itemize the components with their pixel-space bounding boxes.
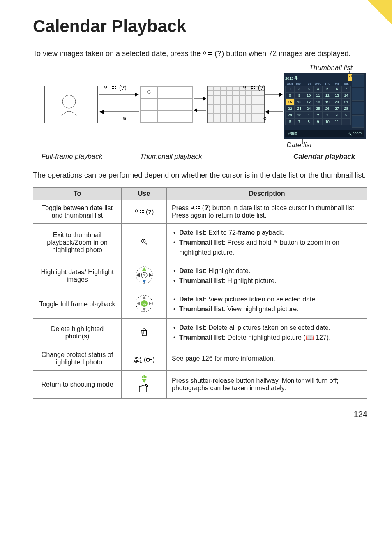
svg-rect-34 [254, 88, 255, 89]
table-row: Highlight dates/ Highlight images OK D [33, 262, 367, 290]
intro-text-a: To view images taken on a selected date,… [33, 49, 203, 58]
cal-year: 2012 [285, 76, 293, 81]
desc-text: Press [172, 204, 190, 211]
thumbnail-icon [195, 205, 200, 210]
svg-rect-32 [254, 86, 255, 87]
dpad-ok-icon: OK [135, 294, 153, 313]
svg-line-44 [350, 134, 351, 135]
cell-desc: Date list: Delete all pictures taken on … [167, 318, 367, 347]
cell-desc: Press (?) button in date list to place c… [167, 200, 367, 223]
zoom-in-icon [273, 240, 278, 245]
desc-text: ( [200, 204, 204, 211]
svg-text:OK: OK [143, 274, 146, 276]
svg-point-7 [62, 95, 76, 108]
help-glyph: ? [204, 204, 208, 211]
cell-to: Delete highlighted photo(s) [33, 318, 122, 347]
thumbnail-icon [208, 51, 212, 56]
grid-72-thumbnail [207, 86, 265, 123]
svg-marker-91 [142, 379, 147, 383]
key-lock-icon [146, 357, 152, 363]
svg-marker-36 [279, 93, 283, 97]
svg-line-20 [125, 119, 127, 120]
arrow-right-icon [265, 92, 283, 97]
svg-line-48 [137, 212, 138, 213]
zoom-out-icon [104, 85, 108, 90]
svg-rect-14 [115, 88, 116, 89]
leader-line [302, 139, 303, 144]
desc-text: : Highlight date. [205, 267, 250, 274]
desc-text: : Delete highlighted picture (📖 127). [224, 334, 330, 341]
grid-9-thumbnail [140, 86, 193, 123]
desc-text: : Delete all pictures taken on selected … [205, 324, 330, 331]
svg-rect-58 [198, 206, 200, 207]
desc-text: : Press and hold [224, 239, 273, 246]
svg-line-55 [194, 208, 195, 209]
page-title: Calendar Playback [33, 16, 367, 36]
arrow-left-icon [99, 109, 139, 115]
svg-rect-59 [196, 208, 197, 209]
zoom-out-icon [134, 209, 139, 214]
desc-text: : View highlighted picture. [224, 306, 298, 313]
zoom-out-icon [190, 205, 195, 210]
calendar-view: 2012 4 04/15/2012 Sun Mon Tue Wed Thu Fr… [284, 73, 366, 139]
col-header-description: Description [167, 187, 367, 200]
zoom-out-arrow-label: (?) [102, 84, 127, 91]
svg-rect-51 [142, 210, 144, 211]
svg-rect-60 [198, 208, 200, 209]
zoom-in-arrow-label [121, 116, 129, 121]
shutter-half-press-icon [138, 375, 151, 393]
desc-bold: Date list [179, 229, 205, 236]
arrow-right-icon [99, 92, 139, 97]
zoom-in-arrow-label [261, 116, 270, 121]
cell-use [122, 370, 167, 398]
cell-use: OK [122, 290, 167, 318]
intro-text-c: ) button when 72 images are displayed. [221, 49, 350, 58]
svg-line-66 [276, 243, 277, 244]
svg-marker-81 [137, 302, 140, 305]
desc-bold: Date list [179, 296, 205, 303]
ael-afl-label: AE-LAF-L [133, 356, 142, 364]
full-frame-thumbnail [44, 86, 98, 123]
table-row: Change protect status of highlighted pho… [33, 347, 367, 370]
desc-text: : View pictures taken on selected date. [205, 296, 317, 303]
svg-line-29 [245, 88, 247, 89]
cell-to: Toggle between date list and thumbnail l… [33, 200, 122, 223]
svg-marker-18 [99, 110, 104, 114]
cell-use: OK [122, 262, 167, 290]
title-underline [33, 39, 367, 39]
desc-bold: Thumbnail list [179, 277, 224, 284]
svg-marker-75 [149, 273, 152, 277]
cal-footer: ⏎⊞⊟Zoom [285, 130, 364, 137]
svg-text:OK: OK [142, 303, 146, 305]
cell-use: AE-LAF-L () [122, 347, 167, 370]
svg-rect-5 [208, 54, 210, 55]
cal-day: Fri [332, 82, 341, 86]
help-glyph: ? [217, 49, 221, 58]
svg-marker-72 [142, 267, 146, 271]
svg-line-40 [266, 119, 267, 120]
table-row: Toggle full frame playback OK Date lis [33, 290, 367, 318]
cell-use [122, 223, 167, 262]
cell-desc: Date list: Exit to 72-frame playback. Th… [167, 223, 367, 262]
zoom-in-icon [263, 116, 268, 121]
trash-icon [141, 328, 148, 336]
svg-marker-79 [143, 296, 146, 299]
zoom-in-icon [141, 238, 148, 246]
svg-point-23 [147, 90, 150, 94]
cal-day: Sat [341, 82, 351, 86]
desc-bold: Thumbnail list [179, 306, 224, 313]
svg-rect-53 [142, 212, 144, 213]
svg-rect-6 [210, 54, 212, 55]
cal-thumbnail-strip [352, 74, 364, 129]
cal-day: Thu [323, 82, 332, 86]
cal-day: Sun [285, 82, 295, 86]
cell-to: Highlight dates/ Highlight images [33, 262, 122, 290]
svg-marker-82 [149, 302, 152, 305]
svg-rect-4 [210, 52, 212, 53]
cell-desc: See page 126 for more information. [167, 347, 367, 370]
svg-point-85 [146, 358, 150, 361]
cal-month: 4 [295, 74, 298, 81]
svg-rect-57 [196, 206, 197, 207]
cal-day: Wed [314, 82, 323, 86]
cal-day-headers: Sun Mon Tue Wed Thu Fri Sat [285, 82, 351, 86]
